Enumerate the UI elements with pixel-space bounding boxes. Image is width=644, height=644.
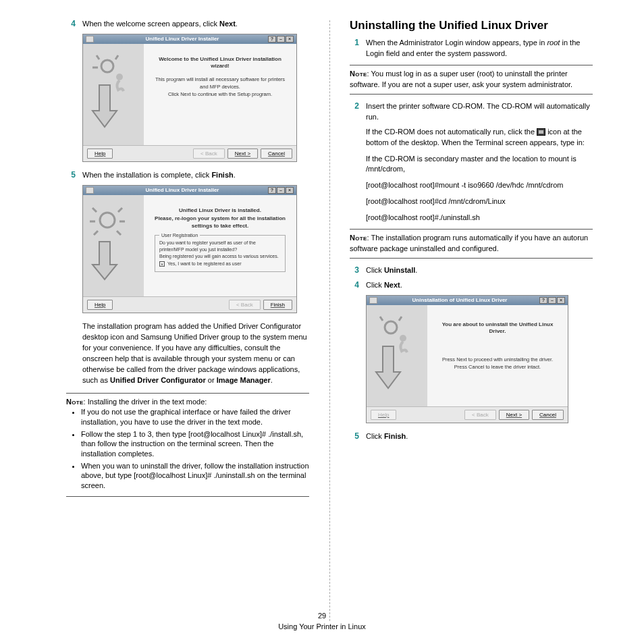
text: The installation program has added the U… [82, 322, 307, 384]
bold: Image Manager [217, 376, 271, 384]
legend: User Registration [159, 232, 200, 239]
step-number: 1 [350, 38, 359, 59]
bullet: If you do not use the graphical interfac… [81, 407, 309, 427]
step-4: 4 When the welcome screen appears, click… [66, 19, 309, 30]
step-2: 2 Insert the printer software CD-ROM. Th… [350, 101, 593, 123]
section-name: Using Your Printer in Linux [0, 622, 644, 632]
close-icon: × [557, 297, 565, 304]
svg-line-10 [94, 231, 98, 235]
back-button: < Back [464, 410, 496, 420]
note-label: Note [350, 234, 367, 242]
registration-fieldset: User Registration Do you want to registe… [155, 235, 286, 272]
step-3: 3 Click Uninstall. [350, 265, 593, 276]
checkbox-icon: × [159, 261, 165, 267]
button-bar: Help < Back Next > Cancel [83, 145, 296, 161]
bullet: Follow the step 1 to 3, then type [root@… [81, 429, 309, 458]
maximize-icon: – [277, 187, 285, 194]
page-number: 29 [0, 611, 644, 621]
text: . [415, 266, 417, 274]
close-icon: × [286, 187, 294, 194]
window-icon [86, 187, 94, 194]
step-number: 4 [66, 19, 76, 30]
next-button[interactable]: Next > [227, 149, 258, 159]
text: When the installation is complete, click [82, 171, 211, 179]
text: When the Administrator Login window appe… [366, 38, 547, 47]
bold: Next [384, 281, 400, 289]
cancel-button[interactable]: Cancel [532, 410, 564, 420]
note-intro: : Installing the driver in the text mode… [84, 398, 207, 406]
text: . [406, 432, 408, 440]
help-button: Help [371, 410, 396, 420]
svg-point-12 [385, 321, 397, 333]
indent-text: If the CD-ROM does not automatically run… [366, 127, 593, 149]
step-number: 4 [350, 280, 359, 291]
text: Click [366, 432, 384, 440]
svg-line-6 [92, 208, 97, 212]
wizard-text: This program will install all necessary … [151, 76, 290, 91]
cancel-button[interactable]: Cancel [261, 149, 292, 159]
note-text: : The installation program runs automati… [350, 234, 588, 252]
step-number: 3 [350, 265, 359, 276]
reg-question: Do you want to register yourself as user… [159, 240, 281, 253]
post-install-paragraph: The installation program has added the U… [82, 321, 309, 386]
titlebar: Unified Linux Driver Installer ? – × [83, 34, 296, 44]
svg-line-1 [97, 55, 99, 59]
step-text: Insert the printer software CD-ROM. The … [366, 101, 593, 123]
help-button[interactable]: Help [87, 300, 113, 310]
command-text: [root@localhost root]#mount -t iso9660 /… [366, 180, 593, 191]
text: Click [366, 281, 384, 289]
svg-line-14 [399, 317, 402, 321]
next-button[interactable]: Next > [499, 410, 529, 420]
bold: Uninstall [384, 266, 415, 274]
bold: Unified Driver Configurator [110, 376, 206, 384]
button-bar: Help < Back Next > Cancel [367, 406, 568, 423]
svg-line-7 [118, 208, 122, 212]
step-number: 5 [350, 431, 359, 442]
maximize-icon: – [548, 297, 556, 304]
note-block: Note: The installation program runs auto… [350, 229, 593, 259]
window-title: Unified Linux Driver Installer [97, 36, 268, 42]
step-1: 1 When the Administrator Login window ap… [350, 38, 593, 59]
finish-button[interactable]: Finish [263, 300, 292, 310]
text: or [206, 376, 217, 384]
bullet: When you wan to uninstall the driver, fo… [81, 461, 309, 490]
wizard-content: Welcome to the Unified Linux Driver inst… [144, 44, 296, 145]
step-4: 4 Click Next. [350, 280, 593, 291]
help-button[interactable]: Help [87, 149, 113, 159]
note-block: Note: You must log in as a super user (r… [350, 65, 593, 95]
step-text: Click Uninstall. [366, 265, 593, 276]
wizard-content: Unified Linux Driver is installed. Pleas… [144, 195, 296, 296]
step-text: When the Administrator Login window appe… [366, 38, 593, 59]
wizard-subheading: Please, re-logon your system for all the… [151, 215, 290, 230]
installer-welcome-screenshot: Unified Linux Driver Installer ? – × Wel… [82, 34, 297, 162]
step-text: Click Finish. [366, 431, 593, 442]
step-5: 5 Click Finish. [350, 431, 593, 442]
note-label: Note [350, 70, 367, 78]
wizard-heading: Unified Linux Driver is installed. [151, 207, 290, 214]
text: . [400, 281, 402, 289]
text: . [234, 171, 236, 179]
text: If the CD-ROM does not automatically run… [366, 128, 537, 136]
step-text: When the installation is complete, click… [82, 170, 309, 181]
register-checkbox[interactable]: × Yes, I want to be registered as user [159, 261, 281, 267]
minimize-icon: ? [268, 187, 276, 194]
back-button: < Back [193, 149, 225, 159]
minimize-icon: ? [539, 297, 547, 304]
wizard-text: Press Cancel to leave the driver intact. [434, 363, 561, 371]
svg-line-13 [380, 317, 383, 321]
svg-point-15 [400, 335, 406, 342]
button-bar: Help < Back Finish [83, 296, 296, 313]
note-block: Note: Installing the driver in the text … [66, 393, 309, 497]
italic: root [547, 38, 560, 47]
back-button: < Back [229, 300, 261, 310]
minimize-icon: ? [268, 36, 276, 43]
reg-info: Being registered you will gain access to… [159, 253, 281, 260]
svg-point-4 [116, 74, 123, 80]
right-column: Uninstalling the Unified Linux Driver 1 … [329, 19, 593, 504]
installer-finish-screenshot: Unified Linux Driver Installer ? – × Uni… [82, 185, 297, 313]
svg-line-2 [115, 55, 118, 59]
window-title: Uninstallation of Unified Linux Driver [380, 297, 539, 303]
svg-point-0 [101, 60, 113, 72]
window-icon [86, 36, 94, 43]
note-text: : You must log in as a super user (root)… [350, 70, 572, 88]
